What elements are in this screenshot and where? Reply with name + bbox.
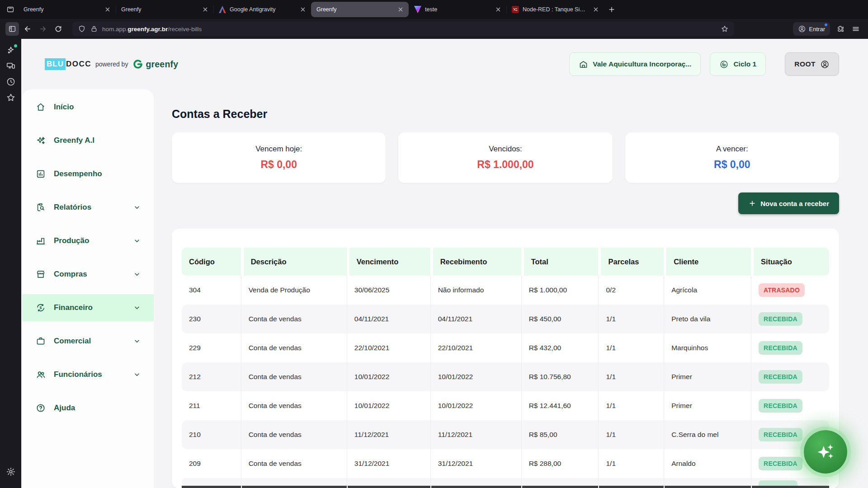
cell-total: R$ 85,00 [521, 420, 599, 449]
sidebar-item-label: Produção [54, 236, 89, 245]
browser-tab[interactable]: Greenfy [18, 2, 116, 17]
sidebar-item-inicio[interactable]: Início [22, 94, 154, 121]
sidebar-item-desempenho[interactable]: Desempenho [22, 160, 154, 188]
tab-close-icon[interactable] [299, 6, 307, 13]
chart-icon [36, 169, 46, 179]
status-badge: RECEBIDA [759, 312, 802, 326]
cell-total: R$ 1.000,00 [521, 276, 599, 305]
bills-table: CódigoDescriçãoVencimentoRecebimentoTota… [182, 248, 829, 488]
chevron-down-icon [133, 337, 141, 345]
tab-close-icon[interactable] [495, 6, 502, 13]
star-icon [6, 93, 16, 103]
sidebar-toggle-button[interactable] [5, 22, 19, 36]
briefcase-icon [36, 336, 46, 346]
shield-icon[interactable] [78, 25, 86, 33]
browser-tab[interactable]: Greenfy [311, 2, 409, 17]
tab-close-icon[interactable] [397, 6, 404, 13]
sidebar-item-funcionarios[interactable]: Funcionários [22, 361, 154, 388]
table-row[interactable]: 210Conta de vendas11/12/202111/12/2021R$… [182, 420, 829, 449]
sidebar-item-ajuda[interactable]: Ajuda [22, 394, 154, 422]
sidebar-item-relatorios[interactable]: Relatórios [22, 194, 154, 221]
chevron-down-icon [133, 304, 141, 312]
history-button[interactable] [6, 77, 16, 87]
status-badge: RECEBIDA [759, 457, 802, 470]
table-row[interactable]: 229Conta de vendas22/10/202122/10/2021R$… [182, 333, 829, 362]
menu-button[interactable] [849, 22, 863, 36]
cell-cliente: Arnaldo [664, 449, 751, 478]
navigation-toolbar: hom.app.greenfy.agr.br/receive-bills Ent… [0, 19, 868, 39]
cycle-button[interactable]: Ciclo 1 [710, 52, 766, 76]
cell-codigo: 212 [182, 362, 241, 391]
cell-codigo: 304 [182, 276, 241, 305]
cell-situacao: RECEBIDA [751, 391, 829, 420]
cell-descricao: Conta de vendas [241, 333, 347, 362]
forward-button[interactable] [36, 22, 50, 36]
sidebar-item-financeiro[interactable]: $Financeiro [22, 294, 154, 321]
sidebar-item-greenfy-a-i[interactable]: Greenfy A.I [22, 127, 154, 154]
status-badge: RECEBIDA [759, 370, 802, 384]
cell-total: R$ 10.756,80 [521, 362, 599, 391]
clock-icon [6, 77, 16, 87]
svg-text:$: $ [40, 305, 42, 310]
sidebar-item-comercial[interactable]: Comercial [22, 328, 154, 355]
browser-tab[interactable]: Greenfy [116, 2, 213, 17]
tab-close-icon[interactable] [104, 6, 111, 13]
sidebar-item-label: Financeiro [54, 303, 93, 312]
cell-recebimento: 10/01/2022 [430, 362, 521, 391]
home-icon [36, 102, 46, 112]
tab-title: Greenfy [316, 6, 393, 13]
synced-tabs-button[interactable] [6, 61, 16, 71]
cell-parcelas: 1/1 [598, 362, 664, 391]
status-badge: RECEBIDA [759, 399, 802, 413]
cell-vencimento: 11/12/2021 [347, 420, 430, 449]
partial-cell [241, 478, 347, 486]
back-button[interactable] [21, 22, 34, 36]
cell-recebimento: 10/01/2022 [430, 391, 521, 420]
logo-greenfy: greenfy [146, 59, 178, 70]
table-row[interactable]: 230Conta de vendas04/11/202104/11/2021R$… [182, 305, 829, 333]
settings-button[interactable] [6, 467, 16, 477]
browser-tab[interactable]: Google Antigravity [213, 2, 311, 17]
partial-cell [521, 478, 599, 486]
tab-bar: GreenfyGreenfyGoogle AntigravityGreenfyt… [0, 0, 868, 19]
browser-tab[interactable]: Node-RED : Tanque Simulação [506, 2, 604, 17]
summary-card: A vencer:R$ 0,00 [625, 132, 839, 183]
cell-parcelas: 1/1 [598, 449, 664, 478]
new-tab-button[interactable] [606, 4, 618, 15]
summary-card: Vencidos:R$ 1.000,00 [398, 132, 612, 183]
extensions-icon[interactable] [834, 22, 847, 36]
url-bar[interactable]: hom.app.greenfy.agr.br/receive-bills [72, 22, 734, 36]
table-row[interactable]: 212Conta de vendas10/01/202210/01/2022R$… [182, 362, 829, 391]
new-bill-button[interactable]: Nova conta a receber [738, 192, 839, 214]
lock-icon[interactable] [90, 25, 98, 33]
tab-title: Greenfy [24, 6, 100, 13]
cell-cliente: Primer [664, 362, 751, 391]
reload-button[interactable] [52, 22, 65, 36]
browser-body: BLU DOCC powered by greenfy Vale Aquicul… [0, 39, 868, 488]
table-row[interactable]: 209Conta de vendas31/12/202131/12/2021R$… [182, 449, 829, 478]
bookmark-star-icon[interactable] [721, 25, 729, 33]
column-header: Vencimento [347, 248, 430, 276]
ai-chat-button[interactable] [6, 45, 16, 55]
strip-segment [241, 486, 347, 488]
bookmarks-button[interactable] [6, 93, 16, 103]
sidebar-item-compras[interactable]: Compras [22, 261, 154, 288]
browser-tab[interactable]: teste [409, 2, 506, 17]
tab-close-icon[interactable] [202, 6, 209, 13]
strip-segment [664, 486, 751, 488]
account-button[interactable]: Entrar [793, 22, 830, 36]
firefox-view-button[interactable] [5, 4, 16, 15]
partial-cell [430, 478, 521, 486]
table-row[interactable]: 304Venda de Produção30/06/2025Não inform… [182, 276, 829, 305]
cell-descricao: Conta de vendas [241, 420, 347, 449]
user-label: ROOT [794, 60, 816, 68]
status-badge: ATRASADO [759, 283, 805, 297]
tab-close-icon[interactable] [592, 6, 599, 13]
user-button[interactable]: ROOT [785, 52, 839, 76]
sidebar-item-producao[interactable]: Produção [22, 227, 154, 254]
cell-descricao: Conta de vendas [241, 449, 347, 478]
table-row[interactable]: 211Conta de vendas10/01/202210/01/2022R$… [182, 391, 829, 420]
organization-button[interactable]: Vale Aquicultura Incorporaç... [569, 52, 701, 76]
chevron-down-icon [133, 237, 141, 245]
ai-assistant-fab[interactable] [804, 430, 847, 474]
